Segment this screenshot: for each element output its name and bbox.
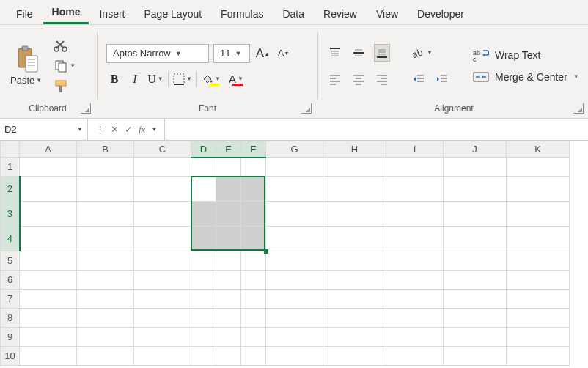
cell-A6[interactable] [20,271,77,290]
cell-K10[interactable] [507,347,570,366]
cut-button[interactable] [52,37,77,54]
cell-G2[interactable] [266,177,323,202]
cell-J6[interactable] [444,271,507,290]
more-icon[interactable]: ⋮ [95,124,105,135]
cell-G9[interactable] [266,328,323,347]
cell-B8[interactable] [77,309,134,328]
cell-C5[interactable] [134,251,191,271]
cell-I2[interactable] [386,177,444,202]
merge-center-button[interactable]: Merge & Center ▼ [473,70,579,84]
cell-E8[interactable] [216,309,241,328]
cell-I7[interactable] [386,290,444,309]
cell-J10[interactable] [444,347,507,366]
tab-data[interactable]: Data [273,4,313,24]
borders-button[interactable]: ▼ [173,70,192,88]
cell-J7[interactable] [444,290,507,309]
name-box[interactable]: D2 ▼ [0,119,88,140]
increase-indent-button[interactable] [434,70,450,88]
cell-D4[interactable] [191,227,216,251]
cell-D6[interactable] [191,271,216,290]
align-bottom-button[interactable] [374,44,390,62]
cell-D9[interactable] [191,328,216,347]
enter-formula-button[interactable]: ✓ [125,124,133,135]
clipboard-dialog-launcher[interactable] [81,103,91,114]
cell-B5[interactable] [77,251,134,271]
spreadsheet-grid[interactable]: ABCDEFGHIJK12345678910 [0,141,588,368]
cell-I4[interactable] [386,227,444,251]
cell-A7[interactable] [20,290,77,309]
cell-B7[interactable] [77,290,134,309]
col-header-J[interactable]: J [444,141,507,158]
cell-H10[interactable] [323,347,386,366]
cell-D2[interactable] [191,177,216,202]
cell-I1[interactable] [386,158,444,177]
cell-F3[interactable] [241,202,266,227]
cell-K6[interactable] [507,271,570,290]
cell-J8[interactable] [444,309,507,328]
cell-A4[interactable] [20,227,77,251]
cell-K5[interactable] [507,251,570,271]
row-header-1[interactable]: 1 [1,158,20,177]
cell-B9[interactable] [77,328,134,347]
cell-A9[interactable] [20,328,77,347]
col-header-I[interactable]: I [386,141,444,158]
cell-F7[interactable] [241,290,266,309]
cell-H3[interactable] [323,202,386,227]
cell-J3[interactable] [444,202,507,227]
tab-home[interactable]: Home [43,1,89,24]
cell-B2[interactable] [77,177,134,202]
tab-formulas[interactable]: Formulas [212,4,272,24]
cell-H7[interactable] [323,290,386,309]
alignment-dialog-launcher[interactable] [573,103,584,114]
cell-A5[interactable] [20,251,77,271]
cell-F10[interactable] [241,347,266,366]
row-header-9[interactable]: 9 [1,328,20,347]
cell-H6[interactable] [323,271,386,290]
cell-J4[interactable] [444,227,507,251]
cell-C4[interactable] [134,227,191,251]
cell-G6[interactable] [266,271,323,290]
align-right-button[interactable] [374,70,390,88]
cell-C3[interactable] [134,202,191,227]
cell-K7[interactable] [507,290,570,309]
cell-D8[interactable] [191,309,216,328]
cell-I9[interactable] [386,328,444,347]
font-name-combo[interactable]: Aptos Narrow ▼ [106,44,209,63]
row-header-4[interactable]: 4 [1,227,20,251]
cell-H9[interactable] [323,328,386,347]
tab-review[interactable]: Review [315,4,366,24]
cell-G5[interactable] [266,251,323,271]
cell-F2[interactable] [241,177,266,202]
cell-F8[interactable] [241,309,266,328]
cell-K4[interactable] [507,227,570,251]
cell-C7[interactable] [134,290,191,309]
cell-A8[interactable] [20,309,77,328]
cell-C8[interactable] [134,309,191,328]
decrease-indent-button[interactable] [411,70,427,88]
cell-J5[interactable] [444,251,507,271]
tab-developer[interactable]: Developer [408,4,473,24]
cell-I6[interactable] [386,271,444,290]
copy-button[interactable]: ▼ [52,57,77,75]
col-header-F[interactable]: F [241,141,266,158]
cell-K9[interactable] [507,328,570,347]
grow-font-button[interactable]: A▴ [254,45,271,62]
cell-G4[interactable] [266,227,323,251]
cell-F6[interactable] [241,271,266,290]
cell-E9[interactable] [216,328,241,347]
col-header-G[interactable]: G [266,141,323,158]
align-middle-button[interactable] [350,44,367,62]
cell-D5[interactable] [191,251,216,271]
row-header-8[interactable]: 8 [1,309,20,328]
cell-D3[interactable] [191,202,216,227]
cell-E7[interactable] [216,290,241,309]
cell-G3[interactable] [266,202,323,227]
cell-A2[interactable] [20,177,77,202]
cell-J2[interactable] [444,177,507,202]
cell-K1[interactable] [507,158,570,177]
cell-B3[interactable] [77,202,134,227]
row-header-5[interactable]: 5 [1,251,20,271]
cell-E3[interactable] [216,202,241,227]
bold-button[interactable]: B [106,70,122,88]
cell-G7[interactable] [266,290,323,309]
